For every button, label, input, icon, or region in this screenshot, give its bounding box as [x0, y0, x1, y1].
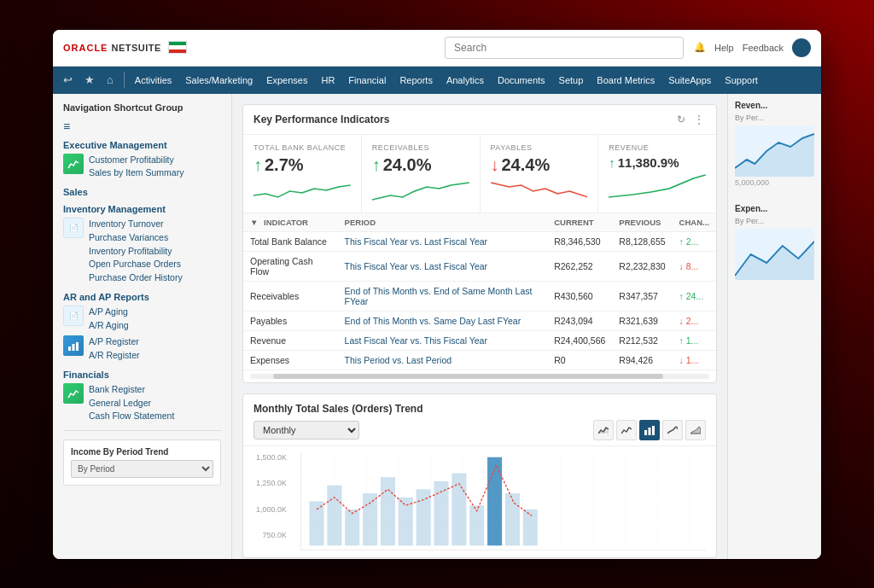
y-label-1000: 1,000.0K: [256, 505, 287, 514]
sidebar-item-financials: Bank Register General Ledger Cash Flow S…: [63, 383, 221, 423]
kpi-card-receivables: RECEIVABLES ↑ 24.0%: [362, 135, 481, 212]
kpi-card-bank: TOTAL BANK BALANCE ↑ 2.7%: [243, 135, 362, 212]
income-trend-title: Income By Period Trend: [71, 447, 213, 457]
row2-change: ↓ 8...: [673, 251, 716, 281]
svg-rect-0: [68, 346, 71, 351]
right-panel-expenses: Expen... By Per...: [735, 204, 814, 280]
user-avatar[interactable]: [792, 38, 811, 57]
feedback-link[interactable]: Feedback: [743, 43, 784, 53]
nav-analytics[interactable]: Analytics: [440, 67, 491, 94]
inventory-turnover-link[interactable]: Inventory Turnover: [89, 218, 183, 231]
inventory-profitability-link[interactable]: Inventory Profitability: [89, 245, 183, 259]
row4-period: End of This Month vs. Same Day Last FYea…: [338, 311, 548, 330]
nav-sales-marketing[interactable]: Sales/Marketing: [178, 67, 259, 94]
kpi-refresh-btn[interactable]: ↻: [675, 112, 687, 127]
filter-icon[interactable]: ▼: [250, 218, 258, 227]
chart-btn-bar[interactable]: [639, 420, 660, 440]
kpi-scrollbar-thumb: [273, 374, 663, 379]
y-label-750: 750.0K: [262, 531, 287, 539]
search-bar[interactable]: [445, 37, 684, 59]
svg-rect-14: [417, 489, 431, 545]
kpi-widget-actions: ↻ ⋮: [675, 112, 706, 127]
right-panel-revenue-title: Reven...: [735, 101, 814, 110]
sidebar-section-inventory[interactable]: Inventory Management: [63, 204, 221, 214]
right-panel-revenue-chart: [735, 125, 814, 177]
general-ledger-link[interactable]: General Ledger: [89, 397, 174, 410]
th-indicator: ▼ INDICATOR: [243, 213, 338, 232]
row1-current: R8,346,530: [547, 231, 612, 251]
row6-period-link[interactable]: This Period vs. Last Period: [345, 355, 452, 365]
notifications-icon[interactable]: 🔔: [694, 42, 706, 53]
chart-btn-filled[interactable]: [685, 420, 706, 440]
help-link[interactable]: Help: [714, 43, 734, 53]
ar-aging-link[interactable]: A/R Aging: [89, 319, 129, 333]
nav-financial[interactable]: Financial: [341, 67, 393, 94]
sidebar-section-sales[interactable]: Sales: [63, 187, 221, 197]
right-panel-expenses-chart: [735, 229, 814, 280]
row6-change: ↓ 1...: [673, 350, 716, 370]
row5-period-link[interactable]: Last Fiscal Year vs. This Fiscal Year: [345, 335, 487, 346]
right-panel: Reven... By Per... 5,000,000 Expen... By…: [727, 94, 821, 559]
kpi-widget: Key Performance Indicators ↻ ⋮ TOTAL BAN…: [242, 104, 717, 383]
sidebar-section-executive[interactable]: Executive Management: [63, 140, 221, 150]
header-actions: 🔔 Help Feedback: [694, 38, 811, 57]
trend-period-select[interactable]: Monthly Month End of This Month Last Fis…: [253, 421, 359, 440]
kpi-scrollbar[interactable]: [250, 374, 709, 379]
inventory-links: Inventory Turnover Purchase Variances In…: [89, 218, 183, 285]
nav-setup[interactable]: Setup: [552, 67, 591, 94]
favorites-icon[interactable]: ★: [81, 72, 98, 88]
home-icon[interactable]: ⌂: [103, 72, 117, 88]
nav-board-metrics[interactable]: Board Metrics: [590, 67, 661, 94]
row1-period-link[interactable]: This Fiscal Year vs. Last Fiscal Year: [345, 236, 488, 247]
kpi-card-revenue: REVENUE ↑ 11,380.9%: [598, 135, 716, 212]
purchase-order-history-link[interactable]: Purchase Order History: [89, 271, 183, 285]
bank-register-link[interactable]: Bank Register: [89, 383, 174, 397]
row3-period-link[interactable]: End of This Month vs. End of Same Month …: [345, 286, 533, 306]
nav-hr[interactable]: HR: [314, 67, 341, 94]
table-row: Payables End of This Month vs. Same Day …: [243, 311, 716, 330]
row4-period-link[interactable]: End of This Month vs. Same Day Last FYea…: [345, 316, 521, 326]
ap-aging-link[interactable]: A/P Aging: [89, 306, 129, 319]
trend-widget: Monthly Total Sales (Orders) Trend Month…: [242, 393, 717, 558]
row2-period-link[interactable]: This Fiscal Year vs. Last Fiscal Year: [345, 261, 488, 271]
ap-register-link[interactable]: A/P Register: [89, 335, 140, 349]
nav-support[interactable]: Support: [718, 67, 765, 94]
kpi-sparkline-payables: [491, 178, 588, 204]
revenue-arrow: ↑: [609, 155, 615, 170]
sidebar-section-financials[interactable]: Financials: [63, 370, 221, 380]
kpi-more-btn[interactable]: ⋮: [692, 112, 706, 127]
nav-activities[interactable]: Activities: [128, 67, 178, 94]
kpi-sparkline-revenue: [609, 173, 706, 199]
right-panel-expenses-subtitle: By Per...: [735, 217, 814, 225]
income-trend-dropdown[interactable]: By Period: [71, 460, 213, 478]
row3-previous: R347,357: [612, 281, 672, 311]
nav-suiteapps[interactable]: SuiteApps: [661, 67, 718, 94]
sidebar-section-arap[interactable]: AR and AP Reports: [63, 292, 221, 302]
row3-period: End of This Month vs. End of Same Month …: [338, 281, 548, 311]
purchase-variances-link[interactable]: Purchase Variances: [89, 231, 183, 245]
chart-btn-spline[interactable]: [662, 420, 683, 440]
cash-flow-link[interactable]: Cash Flow Statement: [89, 410, 174, 423]
chart-y-labels: 1,500.0K 1,250.0K 1,000.0K 750.0K: [243, 453, 290, 540]
svg-rect-7: [301, 453, 706, 550]
row5-current: R24,400,566: [547, 330, 612, 350]
ar-register-link[interactable]: A/R Register: [89, 349, 140, 363]
customer-profitability-link[interactable]: Customer Profitability: [89, 154, 184, 167]
nav-reports[interactable]: Reports: [393, 67, 440, 94]
chart-type-buttons: [593, 420, 706, 440]
nav-documents[interactable]: Documents: [491, 67, 552, 94]
svg-marker-21: [735, 134, 814, 177]
nav-expenses[interactable]: Expenses: [259, 67, 314, 94]
row4-indicator: Payables: [243, 311, 338, 330]
row6-indicator: Expenses: [243, 350, 338, 370]
row1-previous: R8,128,655: [612, 231, 672, 251]
row2-period: This Fiscal Year vs. Last Fiscal Year: [338, 251, 548, 281]
open-purchase-orders-link[interactable]: Open Purchase Orders: [89, 258, 183, 271]
th-current: CURRENT: [547, 213, 612, 232]
history-icon[interactable]: ↩: [60, 72, 76, 88]
hamburger-icon[interactable]: ≡: [63, 119, 221, 133]
chart-btn-area[interactable]: [593, 420, 614, 440]
search-input[interactable]: [445, 37, 684, 59]
chart-btn-line[interactable]: [616, 420, 637, 440]
sales-item-summary-link[interactable]: Sales by Item Summary: [89, 166, 184, 180]
